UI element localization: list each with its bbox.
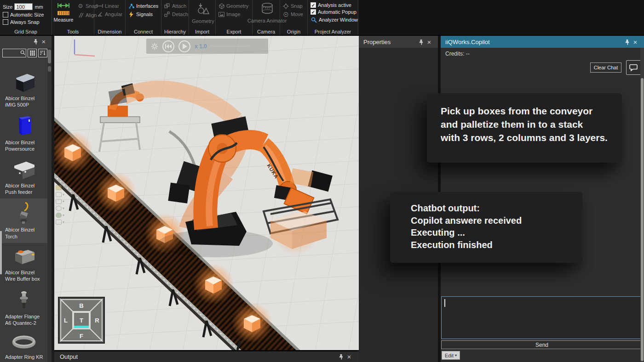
plot-option-button[interactable]: ▾ [56,199,64,204]
export-image-button[interactable]: Image [217,11,242,18]
linear-dimension-button[interactable]: Linear [95,2,121,10]
sort-button[interactable] [38,49,47,57]
copilot-close-icon[interactable]: × [631,38,639,46]
view-navigation-cube[interactable]: B L T R F [58,297,105,344]
send-button[interactable]: Send [441,340,643,349]
analysis-active-checkbox[interactable]: ✓ [310,2,316,8]
conveyor-box [96,172,136,212]
analysis-active-option[interactable]: ✓ Analysis active [310,2,355,8]
group-label-project-analyzer: Project Analyzer [308,29,358,34]
properties-pin-icon[interactable] [417,38,425,46]
snap-icon [77,3,84,9]
properties-close-icon[interactable]: × [425,38,433,46]
svg-text:F: F [80,333,83,339]
copilot-title: iiQWorks.Copilot [445,39,490,45]
export-geometry-icon [218,3,224,9]
playback-gear-icon[interactable] [151,43,158,50]
group-label-camera: Camera [253,29,280,34]
library-item-adapter-flange[interactable]: Adapter Flange A6 Quantec-2 [0,285,47,329]
detach-icon [164,11,170,17]
output-panel: Output × [54,350,359,362]
library-item-powersource[interactable]: Abicor Binzel Powersource [0,111,47,155]
panel-collapse-handle[interactable] [0,231,2,274]
origin-move-icon [282,11,289,17]
imig-500p-thumbnail [10,71,38,94]
screen-option-button[interactable]: ▾ [56,220,64,225]
sort-icon [40,51,46,56]
interfaces-icon [128,3,134,9]
size-input[interactable] [14,3,33,10]
detach-button[interactable]: Detach [162,11,190,18]
group-label-export: Export [216,29,252,34]
signals-button[interactable]: Signals [126,11,154,18]
3d-viewport[interactable]: KUKA [54,36,359,350]
interfaces-button[interactable]: Interfaces [126,2,160,10]
library-item-adapter-ring[interactable]: Adapter Ring KR [0,329,47,362]
attach-icon [164,3,170,9]
settings-option-button[interactable]: ▾ [56,206,64,211]
library-item-wire-buffer-box[interactable]: Abicor Binzel Wire Buffer box [0,243,47,285]
rewind-button[interactable] [162,40,174,52]
signals-icon [128,11,134,17]
ribbon-group-grid-snap: Size mm Automatic Size Always Snap Grid … [0,0,52,35]
grid-view-icon [30,51,35,56]
playback-speed-label: x 1.0 [195,43,207,50]
text-cursor [444,299,445,307]
sidebar-scrollbar[interactable] [47,48,52,362]
copilot-pin-icon[interactable] [623,38,631,46]
group-label-import: Import [189,29,215,34]
origin-move-button[interactable]: Move [281,11,305,18]
output-pin-icon[interactable] [337,353,345,361]
display-option-button[interactable]: ▾ [56,185,64,190]
export-geometry-button[interactable]: Geometry [217,2,250,10]
conveyor-box [193,264,234,304]
output-title: Output [60,353,78,360]
rewind-icon [165,44,172,49]
group-label-dimension: Dimension [94,29,125,34]
grid-view-button[interactable] [28,49,37,57]
origin-snap-button[interactable]: Snap [281,2,304,10]
svg-text:T: T [80,317,83,324]
library-item-imig-500p[interactable]: Abicor Binzel iMIG 500P [0,68,47,111]
automatic-popup-checkbox[interactable]: ✓ [310,9,316,15]
library-item-push-feeder[interactable]: Abicor Binzel Push feeder [0,155,47,198]
svg-text:L: L [64,317,68,324]
search-icon [20,50,25,55]
measure-label: Measure [54,17,74,23]
adapter-ring-thumbnail [10,332,38,352]
group-label-origin: Origin [280,29,307,34]
attach-button[interactable]: Attach [162,2,188,10]
copilot-scrollbar[interactable] [640,48,644,362]
render-option-button[interactable]: ▾ [56,213,64,218]
torch-thumbnail [10,201,38,225]
group-label-hierarchy: Hierarchy [161,29,189,34]
export-image-icon [218,11,224,17]
automatic-size-checkbox[interactable] [3,12,8,17]
import-geometry-icon [197,3,210,17]
angular-dimension-button[interactable]: Angular [95,11,124,18]
chat-message-input[interactable] [441,296,643,339]
chevron-down-icon: ▾ [455,353,457,357]
output-close-icon[interactable]: × [345,353,353,361]
sidebar-close-icon[interactable]: × [40,37,48,45]
chart-option-button[interactable]: ▾ [56,192,64,197]
measure-arrow-icon [58,3,69,9]
always-snap-option[interactable]: Always Snap [3,19,49,25]
import-geometry-button[interactable]: Geometry [190,2,216,24]
edit-dropdown[interactable]: Edit ▾ [442,351,460,360]
sidebar-pin-icon[interactable] [31,37,40,45]
automatic-size-option[interactable]: Automatic Size [3,12,49,17]
properties-title: Properties [363,39,391,45]
playback-speed-slider[interactable] [211,43,249,50]
camera-animator-button[interactable]: Camera Animator [253,2,281,24]
conveyor-box [54,131,93,172]
automatic-popup-option[interactable]: ✓ Automatic Popup [310,9,355,15]
analyzer-window-button[interactable]: Analyzer Window [309,16,359,23]
powersource-thumbnail [10,114,38,138]
play-button[interactable] [178,40,190,52]
clear-chat-button[interactable]: Clear Chat [590,62,621,73]
library-item-torch[interactable]: Abicor Binzel Torch [0,198,47,243]
always-snap-checkbox[interactable] [3,19,8,25]
group-label-grid-snap: Grid Snap [0,29,52,34]
chat-bubble-button[interactable] [626,60,641,75]
